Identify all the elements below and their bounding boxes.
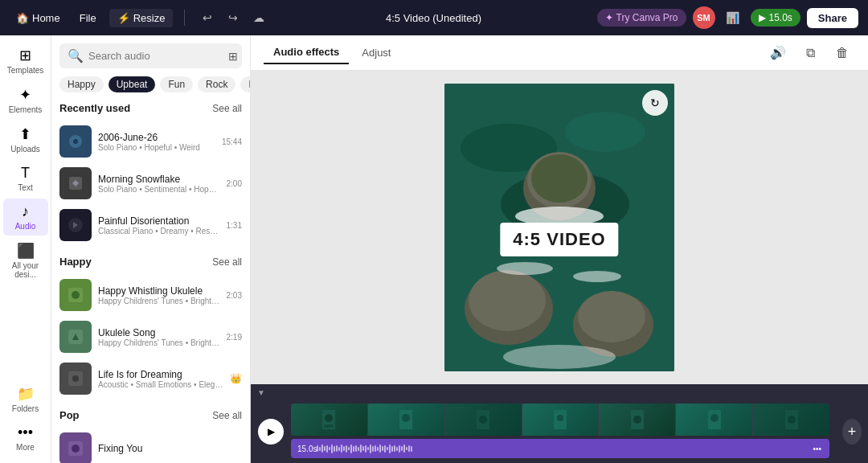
try-pro-label: Try Canva Pro	[616, 12, 678, 23]
sidebar-item-folders[interactable]: 📁 Folders	[3, 380, 48, 418]
audio-info-ukulele: Ukulele Song Happy Childrens' Tunes • Br…	[98, 327, 220, 347]
svg-point-24	[573, 271, 621, 282]
delete-icon-button[interactable]: 🗑	[829, 40, 855, 66]
try-pro-button[interactable]: ✦ Try Canva Pro	[597, 9, 686, 27]
audio-name-life: Life Is for Dreaming	[98, 369, 223, 380]
sidebar-item-text[interactable]: T Text	[3, 160, 48, 197]
uploads-label: Uploads	[10, 145, 40, 154]
audio-meta-morning: Solo Piano • Sentimental • Hopeful	[98, 185, 220, 194]
audio-item-fixing[interactable]: Fixing You	[59, 428, 242, 463]
tag-upbeat[interactable]: Upbeat	[108, 76, 156, 92]
audio-thumb-whistling	[59, 279, 92, 311]
sidebar-item-more[interactable]: ••• More	[3, 420, 48, 457]
speaker-icon-button[interactable]: 🔊	[765, 40, 791, 66]
svg-point-30	[402, 414, 410, 422]
audio-track-menu-button[interactable]: •••	[811, 443, 823, 455]
happy-section-title: Happy	[59, 256, 92, 268]
analytics-button[interactable]: 📊	[722, 6, 744, 29]
svg-point-23	[497, 262, 553, 275]
collapse-timeline-button[interactable]: ▼	[257, 388, 265, 397]
tab-audio-effects[interactable]: Audio effects	[264, 41, 349, 64]
sidebar-item-designs[interactable]: ⬛ All your desi...	[3, 237, 48, 284]
video-thumb-5	[599, 404, 675, 436]
add-track-button[interactable]: +	[842, 419, 862, 445]
folders-label: Folders	[12, 404, 39, 413]
video-thumb-4	[522, 404, 599, 436]
share-label: Share	[818, 12, 847, 24]
canvas-title-box: 4:5 VIDEO	[500, 223, 618, 256]
resize-label: Resize	[133, 12, 166, 24]
sidebar-item-templates[interactable]: ⊞ Templates	[3, 42, 48, 80]
timer-button[interactable]: ▶ 15.0s	[751, 9, 800, 27]
svg-point-32	[479, 416, 487, 424]
templates-label: Templates	[7, 66, 44, 75]
happy-section-header: Happy See all	[59, 256, 242, 268]
tab-adjust[interactable]: Adjust	[352, 42, 400, 64]
audio-name-whistling: Happy Whistling Ukulele	[98, 285, 220, 297]
audio-info-fixing: Fixing You	[98, 443, 242, 454]
sidebar-item-audio[interactable]: ♪ Audio	[3, 199, 48, 236]
audio-thumb-2006	[59, 125, 92, 158]
folders-icon: 📁	[17, 385, 35, 403]
text-label: Text	[18, 183, 32, 192]
more-label: More	[16, 443, 35, 452]
audio-item-painful[interactable]: Painful Disorientation Classical Piano •…	[59, 204, 242, 246]
elements-label: Elements	[9, 105, 43, 114]
tag-birthday[interactable]: Birthday	[240, 76, 250, 92]
play-button[interactable]: ▶	[258, 419, 284, 445]
svg-point-27	[325, 414, 333, 422]
audio-duration-painful: 1:31	[227, 221, 242, 230]
sidebar-item-elements[interactable]: ✦ Elements	[3, 81, 48, 119]
svg-point-34	[557, 415, 563, 421]
timeline-add-area: +	[836, 400, 868, 463]
resize-button[interactable]: ⚡ Resize	[109, 9, 174, 27]
audio-track: 15.0s	[291, 439, 829, 458]
redo-button[interactable]: ↪	[222, 6, 244, 29]
video-thumb-strip	[291, 404, 829, 436]
sidebar-item-uploads[interactable]: ⬆ Uploads	[3, 121, 48, 158]
audio-item-life[interactable]: Life Is for Dreaming Acoustic • Small Em…	[59, 358, 242, 399]
search-box[interactable]: 🔍 ⊞	[59, 43, 242, 68]
recently-used-title: Recently used	[59, 102, 130, 114]
tag-happy[interactable]: Happy	[59, 76, 104, 92]
svg-point-10	[72, 445, 80, 453]
svg-point-25	[503, 345, 616, 369]
canvas-preview: 4:5 VIDEO ↻	[444, 84, 674, 371]
pop-see-all[interactable]: See all	[212, 410, 242, 421]
audio-name-morning: Morning Snowflake	[98, 174, 220, 185]
home-button[interactable]: 🏠 Home	[10, 9, 67, 27]
video-thumb-6	[676, 404, 752, 436]
recently-used-see-all[interactable]: See all	[212, 103, 242, 114]
canvas-title-text: 4:5 VIDEO	[513, 229, 605, 249]
audio-info-morning: Morning Snowflake Solo Piano • Sentiment…	[98, 174, 220, 194]
tag-fun[interactable]: Fun	[160, 76, 193, 92]
svg-point-1	[73, 139, 78, 144]
audio-meta-whistling: Happy Childrens' Tunes • Bright • ...	[98, 297, 220, 305]
video-track	[291, 404, 829, 436]
audio-waveform	[317, 444, 811, 453]
audio-item-2006[interactable]: 2006-June-26 Solo Piano • Hopeful • Weir…	[59, 121, 242, 162]
svg-point-19	[469, 270, 546, 331]
audio-item-ukulele[interactable]: Ukulele Song Happy Childrens' Tunes • Br…	[59, 316, 242, 358]
audio-item-morning[interactable]: Morning Snowflake Solo Piano • Sentiment…	[59, 162, 242, 204]
file-button[interactable]: File	[73, 9, 103, 27]
share-button[interactable]: Share	[807, 8, 858, 28]
search-input[interactable]	[88, 50, 223, 62]
audio-search-area: 🔍 ⊞	[51, 35, 250, 76]
avatar[interactable]: SM	[693, 6, 715, 29]
duplicate-icon-button[interactable]: ⧉	[797, 40, 823, 66]
refresh-button[interactable]: ↻	[642, 90, 668, 116]
audio-meta-painful: Classical Piano • Dreamy • Restless	[98, 227, 220, 236]
audio-thumb-painful	[59, 209, 92, 241]
tag-rock[interactable]: Rock	[198, 76, 235, 92]
topbar-divider	[184, 10, 185, 26]
audio-item-whistling[interactable]: Happy Whistling Ukulele Happy Childrens'…	[59, 274, 242, 316]
audio-info-life: Life Is for Dreaming Acoustic • Small Em…	[98, 369, 223, 389]
sidebar-icons: ⊞ Templates ✦ Elements ⬆ Uploads T Text …	[0, 35, 51, 463]
more-icon: •••	[18, 424, 33, 441]
cloud-button[interactable]: ☁	[248, 6, 270, 29]
home-label: Home	[32, 12, 60, 24]
happy-see-all[interactable]: See all	[212, 256, 242, 268]
undo-button[interactable]: ↩	[196, 6, 219, 29]
filter-button[interactable]: ⊞	[228, 50, 238, 63]
